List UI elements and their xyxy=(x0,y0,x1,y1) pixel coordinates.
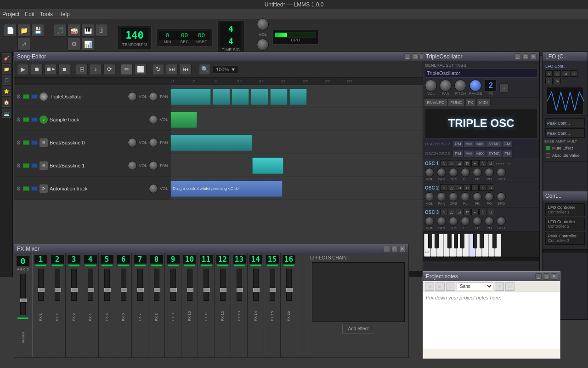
notes-content-area[interactable]: Put down your project notes here. xyxy=(423,292,560,349)
osc12-am[interactable]: AM xyxy=(464,140,475,148)
open-project-btn[interactable]: 📁 xyxy=(17,24,30,37)
fx-fader-1[interactable] xyxy=(38,269,44,301)
visualizer-btn[interactable]: 📊 xyxy=(81,38,94,51)
osc1-wave-sine[interactable]: ∿ xyxy=(440,160,447,167)
osc2-wave-square[interactable]: ⊓ xyxy=(464,184,471,191)
osc1-wave-tri[interactable]: △ xyxy=(448,160,455,167)
sidebar-home-btn[interactable]: 🏠 xyxy=(2,98,11,107)
track-name-sampletrack[interactable]: Sample track xyxy=(50,117,147,122)
mute-effect-checkbox[interactable] xyxy=(546,146,550,150)
skip-start-btn[interactable]: ⏮ xyxy=(180,64,192,75)
track-mute-btn-3[interactable] xyxy=(23,140,29,145)
fx-fader-15[interactable] xyxy=(270,269,275,301)
lfo-wave-6[interactable]: ∿ xyxy=(554,78,561,84)
notes-home[interactable]: ⌂ xyxy=(446,282,455,291)
track-pan-knob-1[interactable] xyxy=(149,92,158,101)
master-pitch-knob[interactable] xyxy=(257,39,269,51)
fx-handle-1[interactable] xyxy=(38,288,45,292)
fx-mixer-minimize[interactable]: _ xyxy=(384,246,390,252)
sidebar-computer-btn[interactable]: 💻 xyxy=(2,109,11,118)
new-project-btn[interactable]: 📄 xyxy=(4,24,17,37)
fx-handle-12[interactable] xyxy=(220,288,226,292)
piano-key-fs4[interactable] xyxy=(492,234,497,248)
record-while-playing-btn[interactable]: ⏺▶ xyxy=(45,64,57,75)
osc3-wave-moog[interactable]: ⌐ xyxy=(471,209,479,215)
osc1-wave-rand[interactable]: ∿ xyxy=(479,160,486,167)
osc2-wave-user[interactable]: U xyxy=(487,184,494,191)
master-fader-handle[interactable] xyxy=(20,299,27,302)
triple-osc-scrollbar[interactable] xyxy=(423,257,539,261)
lfo-wave-1[interactable]: ∿ xyxy=(545,70,553,77)
track-mute-btn-2[interactable] xyxy=(23,117,29,122)
notes-more[interactable]: ≫ xyxy=(505,282,514,291)
segment-1-1[interactable] xyxy=(170,88,211,105)
segment-1-4[interactable] xyxy=(251,88,268,105)
fx-handle-9[interactable] xyxy=(170,288,177,292)
track-solo-btn-5[interactable] xyxy=(31,186,38,191)
main-pitch-knob[interactable] xyxy=(454,80,466,92)
add-bb-track-btn[interactable]: ⊞ xyxy=(76,64,88,75)
osc2-crs-knob[interactable] xyxy=(449,192,458,201)
lfo-wave-4[interactable]: ⊓ xyxy=(570,70,577,77)
triple-osc-minimize[interactable]: _ xyxy=(514,53,521,60)
track-mute-btn[interactable] xyxy=(23,94,29,99)
osc2-pan-knob[interactable] xyxy=(437,192,446,201)
track-settings-icon-5[interactable]: ⚙ xyxy=(16,185,21,192)
sidebar-my-projects-btn[interactable]: 📁 xyxy=(2,64,11,74)
env-lfo-tab[interactable]: ENV/LFO xyxy=(424,99,447,106)
segment-5-1[interactable]: Drag a control whilst pressing <Ctrl> xyxy=(170,180,283,197)
piano-key-cs4[interactable] xyxy=(473,234,477,248)
add-sample-track-btn[interactable]: ♪ xyxy=(90,64,102,75)
osc12-pm[interactable]: PM xyxy=(452,140,464,148)
time-min[interactable]: 0 xyxy=(159,31,175,40)
track-name-automation[interactable]: Automation track xyxy=(50,186,147,191)
osc3-pan-knob[interactable] xyxy=(437,217,446,226)
fx-fader-3[interactable] xyxy=(71,269,77,301)
fx-mixer-close[interactable]: ✕ xyxy=(399,246,406,252)
osc12-mix[interactable]: MIX xyxy=(474,140,486,148)
stop-btn[interactable]: ■ xyxy=(58,64,70,75)
notes-font-select[interactable]: Sans Serif xyxy=(457,282,493,290)
time-sig-top[interactable]: 4 xyxy=(220,23,241,35)
abs-checkbox[interactable] xyxy=(546,153,550,158)
fx-fader-9[interactable] xyxy=(170,269,176,301)
fx-fader-16[interactable] xyxy=(286,269,292,301)
osc2-spd-knob[interactable] xyxy=(497,192,506,201)
osc2-wave-tri[interactable]: △ xyxy=(448,184,455,191)
notes-font-down[interactable]: ▼ xyxy=(495,282,504,291)
fx-fader-8[interactable] xyxy=(154,269,159,301)
zoom-btn[interactable]: 🔍 xyxy=(199,64,211,75)
fx-handle-15[interactable] xyxy=(270,288,276,292)
lfo-wave-5[interactable]: ⌐ xyxy=(545,78,553,84)
fx-fader-7[interactable] xyxy=(137,269,143,301)
track-vol-knob-2[interactable] xyxy=(149,115,158,124)
osc23-pm[interactable]: PM xyxy=(452,150,464,157)
osc3-vol-knob[interactable] xyxy=(425,217,434,226)
track-mute-btn-5[interactable] xyxy=(23,186,29,191)
tempo-display[interactable]: 140 xyxy=(121,28,148,42)
fx-fader-14[interactable] xyxy=(253,269,259,301)
notes-close[interactable]: ✕ xyxy=(551,273,557,280)
osc23-fm[interactable]: FM xyxy=(502,150,513,157)
osc2-fr-knob[interactable] xyxy=(473,192,482,201)
song-editor-maximize[interactable]: □ xyxy=(412,53,418,60)
controller-item-1[interactable]: LFO Controller Controller 1 xyxy=(545,203,585,216)
track-name-beat1[interactable]: Beat/Bassline 1 xyxy=(50,163,126,168)
skip-end-btn[interactable]: ⏭ xyxy=(166,64,178,75)
osc1-wave-square[interactable]: ⊓ xyxy=(464,160,471,167)
master-vol-knob[interactable] xyxy=(257,18,269,30)
piano-key-cs3[interactable] xyxy=(428,234,432,248)
osc3-spd-knob[interactable] xyxy=(497,217,506,226)
osc1-po-knob[interactable] xyxy=(485,168,494,177)
beat-editor-btn[interactable]: 🥁 xyxy=(68,24,80,37)
osc2-wave-moog[interactable]: ⌐ xyxy=(471,184,479,191)
osc3-wave-saw[interactable]: ⊿ xyxy=(456,209,463,215)
osc23-am[interactable]: AM xyxy=(464,150,475,157)
fx-handle-7[interactable] xyxy=(137,288,144,292)
time-sig-bottom[interactable]: 4 xyxy=(220,35,241,47)
osc3-wave-tri[interactable]: △ xyxy=(448,209,455,215)
fx-fader-2[interactable] xyxy=(55,269,60,301)
fx-fader-6[interactable] xyxy=(121,269,126,301)
fx-handle-2[interactable] xyxy=(55,288,61,292)
osc1-wave-user[interactable]: U xyxy=(487,160,494,167)
